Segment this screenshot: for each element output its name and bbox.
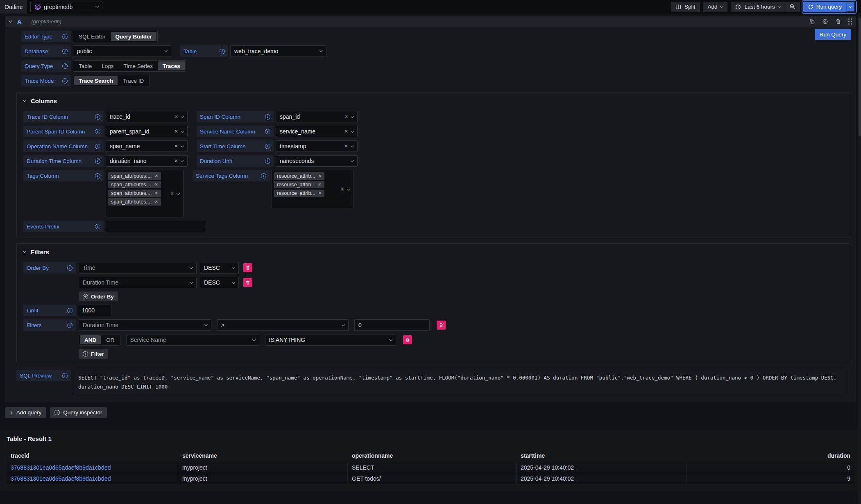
info-icon[interactable] [62, 49, 68, 54]
info-icon[interactable] [95, 129, 100, 134]
clear-icon[interactable] [344, 114, 348, 119]
remove-filter-button[interactable] [437, 321, 446, 330]
remove-chip-icon[interactable] [154, 183, 158, 187]
info-icon[interactable] [265, 129, 270, 134]
remove-filter-button[interactable] [403, 335, 412, 344]
trace-id-link[interactable]: 3768831301ea0d65adaef8b9da1cbded [11, 464, 111, 471]
time-range-picker[interactable]: Last 6 hours [731, 2, 784, 12]
filter-field-select[interactable]: Service Name [126, 334, 259, 346]
info-icon[interactable] [261, 173, 266, 179]
info-icon[interactable] [67, 265, 73, 271]
info-icon[interactable] [62, 34, 68, 39]
info-icon[interactable] [67, 308, 73, 313]
add-query-button[interactable]: Add query [5, 407, 46, 418]
outline-toggle[interactable]: Outline [0, 0, 27, 14]
datasource-picker[interactable]: greptimedb [30, 2, 102, 12]
order-by-field-select[interactable]: Duration Time [79, 277, 197, 288]
clear-icon[interactable] [344, 144, 348, 149]
trace-id-link[interactable]: 3768831301ea0d65adaef8b9da1cbded [11, 475, 111, 482]
info-icon[interactable] [95, 158, 100, 164]
remove-chip-icon[interactable] [318, 174, 322, 178]
filters-section-toggle[interactable]: Filters [23, 249, 843, 255]
drag-handle-icon[interactable] [848, 18, 852, 25]
clear-icon[interactable] [174, 114, 178, 119]
remove-order-by-button[interactable] [243, 278, 252, 287]
span-id-column-select[interactable]: span_id [276, 111, 358, 122]
editor-run-query-button[interactable]: Run Query [815, 29, 851, 40]
remove-chip-icon[interactable] [154, 174, 158, 178]
clear-icon[interactable] [174, 129, 178, 134]
duration-time-column-select[interactable]: duration_nano [106, 155, 188, 167]
filter-and-option[interactable]: AND [80, 335, 101, 344]
column-header-servicename[interactable]: servicename [178, 452, 348, 459]
column-header-traceid[interactable]: traceid [7, 452, 178, 459]
info-icon[interactable] [67, 323, 73, 328]
table-select[interactable]: web_trace_demo [230, 45, 326, 57]
order-by-field-select[interactable]: Time [79, 262, 197, 273]
run-query-dropdown[interactable] [846, 2, 855, 12]
service-name-column-select[interactable]: service_name [276, 126, 358, 137]
info-icon[interactable] [62, 63, 68, 69]
tags-column-multiselect[interactable]: span_attributes.... span_attributes.... … [106, 170, 184, 217]
run-query-button[interactable]: Run query [803, 2, 846, 12]
editor-type-sql-editor[interactable]: SQL Editor [74, 32, 110, 41]
start-time-column-select[interactable]: timestamp [276, 140, 358, 152]
remove-chip-icon[interactable] [318, 183, 322, 187]
query-type-traces[interactable]: Traces [158, 61, 185, 70]
add-order-by-button[interactable]: Order By [79, 292, 118, 301]
clear-all-icon[interactable] [340, 187, 344, 192]
filter-value-input[interactable] [354, 319, 430, 331]
add-filter-button[interactable]: Filter [79, 349, 108, 359]
delete-query-icon[interactable] [835, 18, 841, 25]
clear-all-icon[interactable] [170, 191, 174, 196]
disable-query-icon[interactable] [822, 18, 828, 25]
remove-chip-icon[interactable] [154, 200, 158, 204]
database-select[interactable]: public [73, 45, 171, 57]
add-button[interactable]: Add [703, 2, 727, 12]
trace-mode-search[interactable]: Trace Search [74, 76, 118, 85]
remove-order-by-button[interactable] [243, 263, 252, 272]
column-header-starttime[interactable]: starttime [517, 452, 687, 459]
info-icon[interactable] [220, 49, 225, 54]
remove-chip-icon[interactable] [154, 191, 158, 195]
pane-resize-handle[interactable] [4, 14, 4, 504]
query-type-table[interactable]: Table [74, 61, 96, 70]
info-icon[interactable] [95, 224, 100, 229]
info-icon[interactable] [95, 173, 100, 179]
duration-unit-select[interactable]: nanoseconds [276, 155, 358, 167]
info-icon[interactable] [265, 144, 270, 149]
info-icon[interactable] [62, 78, 68, 84]
remove-chip-icon[interactable] [318, 191, 322, 195]
column-header-duration[interactable]: duration [687, 452, 854, 459]
filter-field-select[interactable]: Duration Time [79, 319, 211, 331]
info-icon[interactable] [62, 373, 68, 378]
duplicate-query-icon[interactable] [809, 18, 815, 25]
query-inspector-button[interactable]: Query inspector [50, 407, 106, 418]
order-by-direction-select[interactable]: DESC [200, 277, 239, 288]
info-icon[interactable] [265, 114, 270, 120]
info-icon[interactable] [95, 144, 100, 149]
info-icon[interactable] [265, 158, 270, 164]
info-icon[interactable] [95, 114, 100, 120]
query-row-header[interactable]: A (greptimedb) [5, 16, 856, 27]
events-prefix-input[interactable] [106, 221, 205, 232]
column-header-operationname[interactable]: operationname [348, 452, 517, 459]
service-tags-column-multiselect[interactable]: resource_attrib... resource_attrib... re… [272, 170, 354, 208]
order-by-direction-select[interactable]: DESC [200, 262, 239, 273]
limit-input[interactable] [78, 305, 111, 316]
filter-operator-select[interactable]: > [217, 319, 349, 331]
editor-type-query-builder[interactable]: Query Builder [111, 32, 156, 41]
split-button[interactable]: Split [671, 2, 700, 12]
columns-section-toggle[interactable]: Columns [23, 97, 843, 104]
query-type-time-series[interactable]: Time Series [119, 61, 158, 70]
collapse-chevron-icon[interactable] [9, 19, 12, 23]
clear-icon[interactable] [344, 129, 348, 134]
filter-or-option[interactable]: OR [102, 335, 119, 344]
scrollbar[interactable] [858, 14, 861, 504]
clear-icon[interactable] [174, 144, 178, 149]
query-type-logs[interactable]: Logs [97, 61, 118, 70]
parent-span-id-column-select[interactable]: parent_span_id [106, 126, 188, 137]
zoom-out-button[interactable] [785, 2, 800, 12]
clear-icon[interactable] [174, 158, 178, 163]
trace-id-column-select[interactable]: trace_id [106, 111, 188, 122]
